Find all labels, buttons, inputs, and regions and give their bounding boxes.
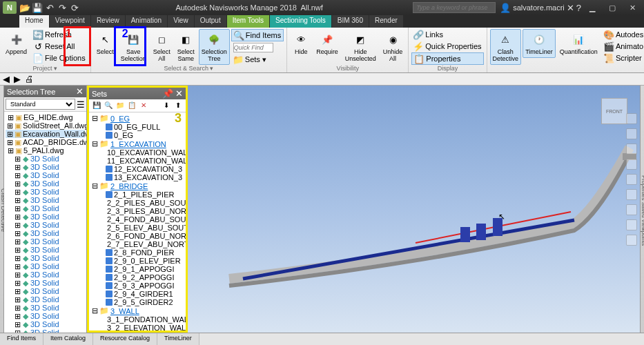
- unhide-all-button[interactable]: ◉Unhide All: [380, 29, 406, 65]
- sets-item[interactable]: 3_2_ELEVATION_WALL: [90, 324, 184, 331]
- tree-solid-item[interactable]: ⊞◆3D Solid: [12, 328, 85, 333]
- tree-file-item[interactable]: ⊞▣Excavation_Wall.dwg: [6, 130, 85, 138]
- selection-tree-button[interactable]: 🌳Selection Tree: [199, 29, 230, 65]
- reset-all-button[interactable]: ↺Reset All: [31, 41, 88, 52]
- selection-tree-body[interactable]: ⊞▣EG_HIDE.dwg⊞▣SolidStreet_All.dwg⊞▣Exca…: [4, 112, 86, 333]
- tree-file-item[interactable]: ⊞▣EG_HIDE.dwg: [6, 113, 85, 121]
- sets-folder[interactable]: ⊟📁1_EXCAVATION: [90, 139, 184, 148]
- tree-solid-item[interactable]: ⊞◆3D Solid: [12, 312, 85, 320]
- tab-home[interactable]: Home: [19, 15, 49, 28]
- save-icon[interactable]: 💾: [32, 2, 43, 13]
- find-items-button[interactable]: 🔍Find Items: [231, 29, 284, 41]
- nav-back-icon[interactable]: ◀: [3, 75, 10, 83]
- tab-render[interactable]: Render: [369, 15, 403, 28]
- maximize-button[interactable]: ▢: [603, 1, 621, 14]
- save-set-icon[interactable]: 💾: [92, 101, 101, 110]
- btab-resource-catalog[interactable]: Resource Catalog: [93, 333, 157, 345]
- selection-tree-mode[interactable]: Standard: [6, 99, 75, 110]
- tree-solid-item[interactable]: ⊞◆3D Solid: [12, 229, 85, 237]
- quick-find-input[interactable]: [231, 42, 284, 53]
- tree-solid-item[interactable]: ⊞◆3D Solid: [12, 254, 85, 262]
- minimize-button[interactable]: ▁: [583, 1, 601, 14]
- delete-icon[interactable]: ✕: [139, 101, 148, 110]
- sets-item[interactable]: 2_7_ELEV_ABU_NORTH: [90, 240, 184, 248]
- tree-solid-item[interactable]: ⊞◆3D Solid: [12, 155, 85, 163]
- tab-viewpoint[interactable]: Viewpoint: [50, 15, 90, 28]
- tab-item-tools[interactable]: Item Tools: [227, 15, 269, 28]
- tree-solid-item[interactable]: ⊞◆3D Solid: [12, 213, 85, 221]
- quantification-button[interactable]: 📊Quantification: [557, 29, 601, 58]
- pin-icon[interactable]: 📌: [162, 88, 173, 99]
- sets-item[interactable]: 00_EG_FULL: [90, 123, 184, 131]
- seltree-opts-icon[interactable]: ☰: [77, 100, 85, 109]
- append-button[interactable]: ➕ Append: [3, 29, 30, 58]
- tab-sectioning-tools[interactable]: Sectioning Tools: [270, 15, 331, 28]
- zoom-tool[interactable]: [626, 144, 637, 155]
- sets-item[interactable]: 2_9_5_GIRDER2: [90, 298, 184, 306]
- hide-unselected-button[interactable]: ◩Hide Unselected: [342, 29, 379, 65]
- links-button[interactable]: 🔗Links: [411, 29, 483, 40]
- sets-item[interactable]: 10_EXCAVATION_WALL: [90, 148, 184, 157]
- tree-solid-item[interactable]: ⊞◆3D Solid: [12, 320, 85, 328]
- sets-item[interactable]: 2_8_FOND_PIER: [90, 248, 184, 257]
- sets-item[interactable]: 3_1_FONDATION_WALL: [90, 315, 184, 324]
- tree-solid-item[interactable]: ⊞◆3D Solid: [12, 163, 85, 171]
- scripter-button[interactable]: 📜Scripter: [602, 52, 644, 63]
- tree-solid-item[interactable]: ⊞◆3D Solid: [12, 237, 85, 246]
- tree-solid-item[interactable]: ⊞◆3D Solid: [12, 304, 85, 312]
- tree-file-item[interactable]: ⊞▣5_PALI.dwg: [6, 146, 85, 155]
- tree-solid-item[interactable]: ⊞◆3D Solid: [12, 179, 85, 188]
- sets-item[interactable]: 2_2_PILES_ABU_SOUTH: [90, 199, 184, 207]
- search-input[interactable]: [413, 2, 496, 13]
- open-icon[interactable]: 📂: [19, 2, 30, 13]
- properties-button[interactable]: 📋Properties: [411, 52, 483, 65]
- refresh-button[interactable]: 🔄Refresh: [31, 29, 88, 40]
- sets-item[interactable]: 2_5_ELEV_ABU_SOUTH: [90, 224, 184, 232]
- sets-item[interactable]: 12_EXCAVATION_3: [90, 165, 184, 173]
- tree-solid-item[interactable]: ⊞◆3D Solid: [12, 262, 85, 270]
- tree-solid-item[interactable]: ⊞◆3D Solid: [12, 279, 85, 287]
- close-button[interactable]: ✕: [623, 1, 641, 14]
- orbit-tool[interactable]: [626, 113, 637, 124]
- sets-item[interactable]: 2_9_0_ELEV_PIER: [90, 257, 184, 265]
- fly-tool[interactable]: [626, 189, 637, 200]
- sets-item[interactable]: 2_9_2_APPOGGI: [90, 273, 184, 282]
- save-search-icon[interactable]: 🔍: [104, 101, 113, 110]
- file-options-button[interactable]: 📄File Options: [31, 52, 88, 63]
- tree-solid-item[interactable]: ⊞◆3D Solid: [12, 221, 85, 229]
- sets-item[interactable]: 2_1_PILES_PIER: [90, 190, 184, 199]
- tree-solid-item[interactable]: ⊞◆3D Solid: [12, 295, 85, 304]
- tab-output[interactable]: Output: [195, 15, 226, 28]
- tree-solid-item[interactable]: ⊞◆3D Solid: [12, 188, 85, 196]
- pan-tool[interactable]: [626, 128, 637, 139]
- tree-solid-item[interactable]: ⊞◆3D Solid: [12, 246, 85, 254]
- home-tool[interactable]: [626, 219, 637, 230]
- close-panel-icon[interactable]: ✕: [76, 87, 84, 96]
- sets-item[interactable]: 0_EG: [90, 131, 184, 139]
- camera-tool[interactable]: [626, 235, 637, 246]
- sets-folder[interactable]: ⊟📁3_WALL: [90, 306, 184, 315]
- close-sets-icon[interactable]: ✕: [175, 88, 183, 99]
- wheel-tool[interactable]: [626, 204, 637, 215]
- tab-review[interactable]: Review: [91, 15, 125, 28]
- right-dock-tabs[interactable]: Properties Saved Viewpoints: [640, 86, 644, 333]
- exchange-icon[interactable]: ✕: [567, 3, 574, 12]
- select-all-button[interactable]: ◻Select All: [150, 29, 173, 65]
- sets-item[interactable]: 2_3_PILES_ABU_NORTH: [90, 207, 184, 215]
- sets-item[interactable]: 2_9_3_APPOGGI: [90, 282, 184, 290]
- new-folder-icon[interactable]: 📁: [115, 101, 125, 110]
- tree-solid-item[interactable]: ⊞◆3D Solid: [12, 171, 85, 179]
- tree-solid-item[interactable]: ⊞◆3D Solid: [12, 270, 85, 279]
- sets-item[interactable]: 13_EXCAVATION_3: [90, 173, 184, 181]
- tree-file-item[interactable]: ⊞▣ACAD_BRIDGE.dwg: [6, 138, 85, 146]
- viewport-3d[interactable]: FRONT ↖: [188, 86, 640, 333]
- clash-detective-button[interactable]: ⚠Clash Detective: [490, 29, 522, 65]
- quick-properties-button[interactable]: ⚡Quick Properties: [411, 41, 483, 52]
- import-icon[interactable]: ⬇: [162, 101, 171, 110]
- home-icon[interactable]: ⟳: [69, 2, 80, 13]
- select-button[interactable]: ↖Select: [94, 29, 117, 58]
- sets-dropdown[interactable]: 📁Sets ▾: [231, 54, 284, 65]
- sets-item[interactable]: 2_6_FOND_ABU_NORTH: [90, 232, 184, 240]
- sets-tree-body[interactable]: ⊟📁0_EG00_EG_FULL0_EG⊟📁1_EXCAVATION10_EXC…: [89, 112, 186, 331]
- undo-icon[interactable]: ↶: [44, 2, 55, 13]
